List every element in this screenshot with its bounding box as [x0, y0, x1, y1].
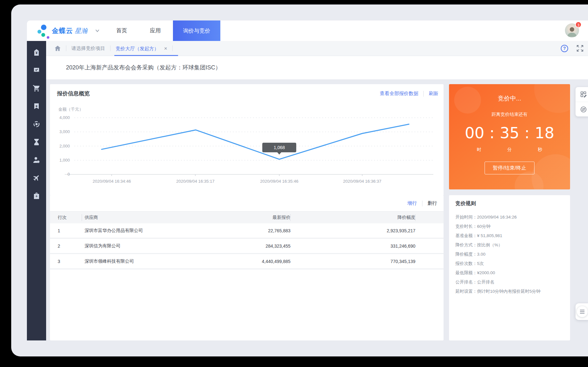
floating-tool-group [576, 87, 588, 116]
page-title: 2020年上海新产品发布会会务采购（发起方：环球集团ISC） [66, 64, 221, 71]
timer-colon: : [525, 124, 530, 142]
logo-dots-icon [35, 23, 49, 39]
rule-item: 延时设置：倒计时10分钟内有报价延时5分钟 [455, 287, 566, 296]
table-header: 行次 供应商 最新报价 降价幅度 [50, 211, 444, 223]
rule-item: 最低限额：¥2000.00 [455, 268, 566, 277]
breadcrumb-bar: 请选择竞价项目 竞价大厅（发起方） × ? [46, 41, 588, 56]
logo-text-sub: 星瀚 [75, 27, 87, 35]
x-axis-tick: 2020/09/04 16:36:37 [325, 179, 399, 184]
table-row[interactable]: 1 深圳市富华办公用品有限公司 22,765,883 2,923,935,217 [50, 223, 444, 239]
y-axis-tick: 2,000 [50, 144, 70, 148]
cell-supplier: 深圳市富华办公用品有限公司 [82, 228, 207, 234]
x-axis-tick: 2020/09/04 16:35:46 [242, 179, 316, 184]
table-row[interactable]: 3 深圳市领峰科技有限公司 4,440,499,885 770,345,139 [50, 254, 444, 269]
delete-row-link[interactable]: 删行 [428, 200, 437, 206]
nav-item-apps[interactable]: 应用 [150, 20, 161, 41]
col-header-row-no: 行次 [50, 215, 82, 220]
cell-reduction: 2,923,935,217 [290, 228, 415, 233]
rule-item: 基准金额：¥ 51,805,981 [455, 231, 566, 240]
data-transfer-icon[interactable] [576, 102, 588, 116]
col-header-latest-quote: 最新报价 [207, 215, 290, 220]
nav-item-inquiry-bidding-active[interactable]: 询价与竞价 [173, 20, 220, 41]
tab-bidding-hall-label: 竞价大厅（发起方） [116, 46, 159, 51]
layout-edit-icon[interactable] [576, 87, 588, 102]
logo-text-main: 金蝶云 [52, 26, 73, 35]
tab-select-project[interactable]: 请选择竞价项目 [71, 45, 105, 52]
home-icon[interactable] [54, 45, 61, 51]
chart-tooltip: 1,068 [262, 143, 296, 152]
cell-supplier: 深圳市领峰科技有限公司 [82, 259, 207, 264]
app-window: 金蝶云 星瀚 首页 应用 询价与竞价 3 请选择竞价项目 竞价大厅（发起方） × [11, 4, 588, 356]
divider [172, 45, 173, 51]
cell-latest-quote: 22,765,883 [207, 228, 290, 233]
plane-icon[interactable] [30, 172, 43, 184]
rule-item: 降价方式：按比例（%） [455, 240, 566, 250]
chevron-down-icon[interactable] [95, 28, 100, 34]
rules-title: 竞价规则 [455, 200, 476, 207]
y-axis-tick: 1,000 [50, 158, 70, 163]
title-bar: 2020年上海新产品发布会会务采购（发起方：环球集团ISC） [46, 56, 588, 79]
cell-latest-quote: 284,323,455 [207, 243, 290, 249]
menu-icon [577, 306, 588, 317]
help-icon[interactable]: ? [561, 45, 568, 52]
y-axis-tick: 0 [50, 172, 70, 177]
cell-row-no: 2 [50, 243, 82, 249]
close-icon[interactable]: × [164, 45, 167, 52]
hourglass-icon[interactable] [30, 136, 43, 148]
cell-row-no: 1 [50, 228, 82, 233]
timer-hours: 00 [465, 124, 484, 142]
timer-unit-labels: 时 分 秒 [470, 147, 550, 153]
travel-case-icon[interactable]: ✈ [30, 189, 43, 202]
timer-colon: : [489, 124, 494, 142]
nav-item-home[interactable]: 首页 [116, 20, 127, 41]
countdown-subtitle: 距离竞价结束还有 [449, 112, 570, 117]
approval-check-icon[interactable] [30, 64, 43, 77]
y-axis-tick: 4,000 [50, 115, 70, 120]
col-header-supplier: 供应商 [82, 215, 207, 220]
bookmark-star-icon[interactable]: ★ [30, 100, 43, 113]
table-body: 1 深圳市富华办公用品有限公司 22,765,883 2,923,935,217… [50, 223, 444, 269]
cart-icon[interactable] [30, 82, 43, 95]
countdown-timer: 00 : 35 : 18 [449, 124, 570, 142]
bidding-rules-panel: 竞价规则 开始时间：2020/09/04 16:34:26 竞价时长：60分钟 … [449, 195, 570, 340]
cell-reduction: 770,345,139 [290, 259, 415, 264]
tab-bidding-hall[interactable]: 竞价大厅（发起方） × [116, 41, 167, 56]
divider [422, 201, 422, 206]
cell-latest-quote: 4,440,499,885 [207, 259, 290, 264]
timer-minutes: 35 [500, 124, 519, 142]
x-axis-tick: 2020/09/04 16:35:17 [159, 179, 232, 184]
rule-item: 报价次数：5次 [455, 259, 566, 268]
svg-text:¥: ¥ [36, 51, 38, 55]
user-avatar[interactable]: 3 [565, 23, 580, 38]
divider [110, 45, 110, 51]
cell-supplier: 深圳信为有限公司 [82, 243, 207, 249]
fullscreen-icon[interactable] [576, 45, 584, 52]
top-navbar: 金蝶云 星瀚 首页 应用 询价与竞价 3 [27, 20, 588, 41]
supplier-table-panel: 增行 删行 行次 供应商 最新报价 降价幅度 1 深圳市富华办公用品有限公司 2… [50, 195, 444, 340]
pause-end-terminate-button[interactable]: 暂停/结束/终止 [485, 162, 535, 174]
svg-text:★: ★ [35, 104, 38, 108]
svg-text:✈: ✈ [35, 195, 38, 198]
floating-menu-button[interactable] [576, 303, 588, 320]
cell-row-no: 3 [50, 259, 82, 264]
table-row[interactable]: 2 深圳信为有限公司 284,323,455 331,246,690 [50, 239, 444, 254]
target-icon[interactable] [30, 118, 43, 131]
add-row-link[interactable]: 增行 [407, 200, 417, 206]
x-axis-tick: 2020/09/04 16:34:46 [75, 179, 149, 184]
money-tag-icon[interactable]: ¥ [30, 46, 43, 59]
left-sidebar: ¥★✈ [27, 41, 46, 340]
rule-item: 竞价时长：60分钟 [455, 222, 566, 231]
rule-item: 公开排名：公开排名 [455, 277, 566, 287]
auction-status: 竞价中... [449, 94, 570, 103]
timer-seconds: 18 [535, 124, 554, 142]
user-settings-icon[interactable] [30, 154, 43, 166]
countdown-panel: 竞价中... 距离竞价结束还有 00 : 35 : 18 时 分 秒 暂停/结束… [449, 84, 570, 189]
notification-badge[interactable]: 3 [575, 21, 582, 28]
app-logo: 金蝶云 星瀚 [35, 20, 100, 41]
rules-list: 开始时间：2020/09/04 16:34:26 竞价时长：60分钟 基准金额：… [455, 212, 566, 296]
col-header-reduction: 降价幅度 [290, 215, 415, 220]
cell-reduction: 331,246,690 [290, 243, 415, 249]
y-axis-tick: 3,000 [50, 129, 70, 134]
rule-item: 开始时间：2020/09/04 16:34:26 [455, 212, 566, 222]
quote-overview-panel: 报价信息概览 查看全部报价数据 刷新 金额（千元） 01,0002,0003,0… [50, 84, 444, 195]
